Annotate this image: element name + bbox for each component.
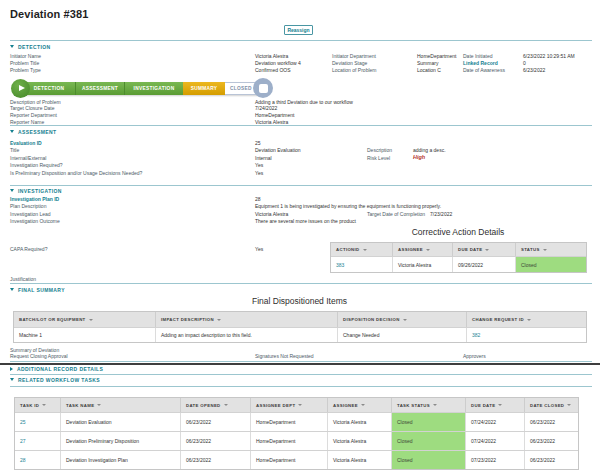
- column-header[interactable]: ASSIGNEE: [328, 398, 392, 412]
- field-label: Location of Problem: [332, 68, 376, 73]
- table-cell: 06/23/2022: [525, 413, 578, 431]
- field-label: Date Initiated: [463, 54, 492, 59]
- reassign-button[interactable]: Reassign: [284, 25, 313, 35]
- section-divider: [10, 185, 592, 186]
- table-cell: 09/26/2022: [453, 257, 516, 272]
- column-header[interactable]: DATE OPENED: [181, 398, 251, 412]
- column-header[interactable]: TASK ID: [15, 398, 61, 412]
- field-label: Risk Level: [367, 156, 390, 161]
- table-cell: Deviation Preliminary Disposition: [61, 432, 181, 450]
- status-badge: Closed: [392, 432, 466, 450]
- field-value: Adding a third Deviation due to our work…: [255, 100, 353, 105]
- field-label: Title: [10, 148, 19, 153]
- table-cell: 06/23/2022: [525, 451, 578, 469]
- section-header-related-tasks[interactable]: RELATED WORKFLOW TASKS: [10, 378, 100, 383]
- table-cell: 06/23/2022: [525, 432, 578, 450]
- table-cell: 07/24/2022: [466, 432, 525, 450]
- collapse-arrow-icon: [10, 130, 14, 133]
- column-header[interactable]: DISPOSITION DECISION: [338, 312, 467, 327]
- table-cell: Machine 1: [14, 328, 156, 342]
- field-label: Summary of Deviation: [10, 348, 59, 353]
- table-cell: Victoria Alestra: [328, 451, 392, 469]
- column-header[interactable]: DUE DATE: [466, 398, 525, 412]
- section-header-detection[interactable]: DETECTION: [10, 45, 51, 50]
- section-header-investigation[interactable]: INVESTIGATION: [10, 189, 62, 194]
- section-divider: [10, 386, 592, 387]
- section-header-additional-details[interactable]: ADDITIONAL RECORD DETAILS: [10, 367, 103, 372]
- action-id-link[interactable]: 383: [331, 257, 393, 272]
- table-cell: 06/23/2022: [181, 413, 251, 431]
- column-header[interactable]: STATUS: [516, 243, 586, 256]
- section-header-final-summary[interactable]: FINAL SUMMARY: [10, 288, 65, 293]
- sort-icon: [89, 319, 93, 321]
- table-cell: 07/24/2022: [466, 413, 525, 431]
- status-badge: Closed: [516, 257, 586, 272]
- table-row: 27 Deviation Preliminary Disposition 06/…: [15, 431, 578, 450]
- task-id-link[interactable]: 28: [15, 451, 61, 469]
- table-row: 28 Deviation Investigation Plan 06/23/20…: [15, 450, 578, 469]
- table-cell: HomeDepartment: [251, 451, 328, 469]
- field-label: Reporter Name: [10, 120, 44, 125]
- status-badge: Closed: [392, 413, 466, 431]
- field-label: Request Closing Approval: [10, 354, 68, 359]
- sort-icon: [217, 319, 221, 321]
- field-value: 6/23/2022: [523, 68, 545, 73]
- task-id-link[interactable]: 25: [15, 413, 61, 431]
- column-header[interactable]: TASK NAME: [61, 398, 181, 412]
- column-header[interactable]: DUE DATE: [453, 243, 516, 256]
- column-header[interactable]: BATCH/LOT OR EQUIPMENT: [14, 312, 156, 327]
- table-cell: Change Needed: [338, 328, 467, 342]
- section-header-assessment[interactable]: ASSESSMENT: [10, 130, 56, 135]
- column-header[interactable]: IMPACT DESCRIPTION: [156, 312, 338, 327]
- table-cell: 06/23/2022: [181, 451, 251, 469]
- task-id-link[interactable]: 27: [15, 432, 61, 450]
- sort-icon: [97, 404, 101, 406]
- field-value: Yes: [255, 171, 263, 176]
- field-value: Deviation workflow 4: [255, 61, 301, 66]
- change-request-link[interactable]: 382: [467, 328, 586, 342]
- field-label: Description: [367, 148, 392, 153]
- stage-investigation[interactable]: INVESTIGATION: [125, 82, 183, 95]
- column-header[interactable]: ASSIGNEE: [393, 243, 453, 256]
- collapse-arrow-icon: [10, 288, 14, 291]
- linked-record-link[interactable]: Linked Record: [463, 61, 498, 66]
- column-header[interactable]: ASSIGNEE DEPT: [251, 398, 328, 412]
- table-cell: HomeDepartment: [251, 413, 328, 431]
- column-header[interactable]: TASK STATUS: [392, 398, 466, 412]
- field-label: Target Closure Date: [10, 106, 54, 111]
- field-value: Victoria Alestra: [255, 212, 288, 217]
- status-badge: Closed: [392, 451, 466, 469]
- column-header[interactable]: CHANGE REQUEST ID: [467, 312, 586, 327]
- field-value: Summary: [417, 61, 438, 66]
- table-cell: HomeDepartment: [251, 432, 328, 450]
- column-header[interactable]: DATE CLOSED: [525, 398, 578, 412]
- risk-level-value: High: [413, 155, 425, 160]
- field-label: Initiator Name: [10, 54, 41, 59]
- stage-detection[interactable]: DETECTION: [23, 82, 76, 95]
- column-header[interactable]: ACTIONID: [331, 243, 393, 256]
- section-divider: [10, 40, 592, 41]
- table-cell: 06/23/2022: [181, 432, 251, 450]
- field-value: Location C: [417, 68, 441, 73]
- section-divider: [10, 361, 592, 362]
- field-label: CAPA Required?: [10, 247, 47, 252]
- evaluation-id-link[interactable]: Evaluation ID: [10, 141, 42, 146]
- sort-icon: [433, 404, 437, 406]
- page-separator: [0, 363, 600, 365]
- sort-icon: [485, 249, 489, 251]
- investigation-plan-id-link[interactable]: Investigation Plan ID: [10, 197, 59, 202]
- stage-assessment[interactable]: ASSESSMENT: [76, 82, 125, 95]
- field-value: Confirmed OOS: [255, 68, 291, 73]
- table-row: 25 Deviation Evaluation 06/23/2022 HomeD…: [15, 412, 578, 431]
- table-row: Machine 1 Adding an impact description t…: [14, 327, 586, 342]
- field-label: Description of Problem: [10, 100, 61, 105]
- stage-summary[interactable]: SUMMARY: [183, 82, 225, 95]
- field-value: Internal: [255, 156, 272, 161]
- field-label: Date of Awareness: [463, 68, 505, 73]
- capa-table: ACTIONID ASSIGNEE DUE DATE STATUS 383 Vi…: [330, 242, 587, 273]
- table-cell: Victoria Alestra: [393, 257, 453, 272]
- section-divider: [10, 374, 592, 375]
- field-label: Investigation Lead: [10, 212, 51, 217]
- section-title: ASSESSMENT: [18, 129, 56, 135]
- table-cell: 07/23/2022: [466, 451, 525, 469]
